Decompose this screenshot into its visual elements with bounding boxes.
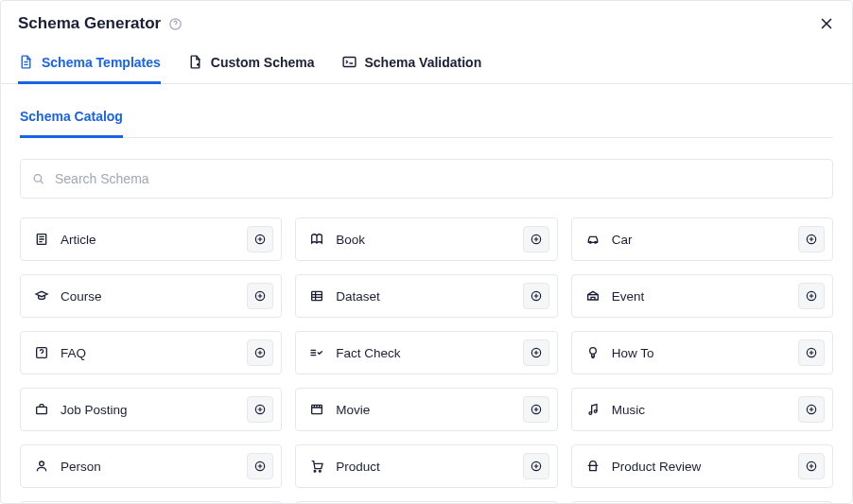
modal-header: Schema Generator: [1, 1, 852, 43]
schema-card-label: Course: [61, 289, 247, 304]
schema-card-car[interactable]: Car: [571, 217, 833, 261]
schema-card-movie[interactable]: Movie: [295, 388, 557, 431]
schema-card-person[interactable]: Person: [20, 444, 282, 488]
book-icon: [309, 232, 324, 247]
add-schema-button[interactable]: [523, 339, 549, 366]
factcheck-icon: [309, 345, 324, 360]
tab-custom-schema[interactable]: Custom Schema: [187, 43, 315, 84]
schema-card-music[interactable]: Music: [571, 388, 833, 431]
schema-card-software[interactable]: Software: [571, 501, 833, 503]
schema-card-recipe[interactable]: Recipe: [20, 501, 282, 503]
add-schema-button[interactable]: [247, 226, 273, 252]
schema-card-course[interactable]: Course: [20, 274, 282, 318]
svg-point-18: [589, 348, 596, 355]
subtab-label: Schema Catalog: [20, 109, 123, 124]
schema-card-service[interactable]: Service: [295, 501, 557, 503]
subtab-schema-catalog[interactable]: Schema Catalog: [20, 97, 123, 138]
svg-point-24: [589, 412, 592, 415]
schema-card-article[interactable]: Article: [20, 217, 282, 261]
plus-circle-icon: [530, 289, 543, 303]
svg-point-30: [320, 470, 322, 472]
plus-circle-icon: [530, 346, 543, 359]
tab-label: Custom Schema: [211, 55, 315, 70]
modal-title: Schema Generator: [18, 14, 161, 33]
svg-point-3: [34, 175, 42, 182]
svg-point-27: [40, 461, 44, 466]
product-icon: [309, 459, 324, 474]
document-icon: [18, 54, 34, 70]
search-icon: [31, 172, 45, 186]
tab-schema-templates[interactable]: Schema Templates: [18, 43, 161, 84]
event-icon: [585, 288, 601, 304]
jobposting-icon: [34, 402, 49, 417]
svg-rect-2: [343, 58, 356, 67]
movie-icon: [309, 402, 324, 417]
schema-card-label: Product Review: [612, 460, 798, 474]
add-schema-button[interactable]: [523, 396, 549, 423]
course-icon: [34, 288, 49, 304]
productreview-icon: [585, 459, 601, 474]
add-schema-button[interactable]: [798, 453, 825, 479]
add-schema-button[interactable]: [523, 283, 549, 309]
schema-card-label: How To: [612, 346, 798, 360]
car-icon: [585, 232, 601, 247]
plus-circle-icon: [530, 233, 543, 246]
schema-card-faq[interactable]: FAQ: [20, 331, 282, 374]
schema-card-label: Movie: [336, 403, 522, 417]
schema-catalog-grid: ArticleBookCarCourseDatasetEventFAQFact …: [20, 217, 833, 503]
schema-card-label: Dataset: [336, 289, 522, 304]
plus-circle-icon: [805, 346, 818, 359]
add-schema-button[interactable]: [247, 339, 273, 366]
howto-icon: [585, 345, 601, 360]
schema-card-howto[interactable]: How To: [571, 331, 833, 374]
secondary-tabs: Schema Catalog: [20, 97, 833, 138]
schema-card-product[interactable]: Product: [295, 444, 557, 488]
music-icon: [585, 402, 601, 417]
add-schema-button[interactable]: [247, 453, 273, 479]
close-icon[interactable]: [818, 15, 835, 32]
schema-card-productreview[interactable]: Product Review: [571, 444, 833, 488]
schema-card-book[interactable]: Book: [295, 217, 557, 261]
plus-circle-icon: [530, 403, 543, 416]
terminal-check-icon: [341, 54, 357, 70]
add-schema-button[interactable]: [798, 283, 825, 309]
plus-circle-icon: [805, 233, 818, 246]
add-schema-button[interactable]: [247, 283, 273, 309]
add-schema-button[interactable]: [523, 453, 549, 479]
schema-card-jobposting[interactable]: Job Posting: [20, 388, 282, 431]
schema-card-label: Book: [336, 233, 522, 247]
plus-circle-icon: [253, 403, 267, 416]
primary-tabs: Schema Templates Custom Schema Schema Va…: [1, 43, 852, 84]
svg-rect-11: [312, 291, 322, 300]
svg-point-15: [42, 356, 43, 356]
svg-point-29: [314, 470, 316, 472]
person-icon: [34, 459, 49, 474]
tab-label: Schema Validation: [365, 55, 482, 70]
schema-card-factcheck[interactable]: Fact Check: [295, 331, 557, 374]
add-schema-button[interactable]: [247, 396, 273, 423]
plus-circle-icon: [253, 346, 267, 359]
plus-circle-icon: [253, 233, 267, 246]
schema-generator-modal: Schema Generator Schema Templates Custom…: [0, 0, 853, 504]
tab-schema-validation[interactable]: Schema Validation: [341, 43, 482, 84]
plus-circle-icon: [805, 460, 818, 473]
add-schema-button[interactable]: [523, 226, 549, 252]
search-input[interactable]: [20, 159, 833, 199]
document-add-icon: [187, 54, 203, 70]
schema-card-label: Product: [336, 460, 522, 474]
add-schema-button[interactable]: [798, 396, 825, 423]
schema-card-label: Event: [612, 289, 798, 304]
schema-card-label: FAQ: [61, 346, 247, 360]
schema-card-label: Fact Check: [336, 346, 522, 360]
help-icon[interactable]: [168, 17, 183, 31]
add-schema-button[interactable]: [798, 226, 825, 252]
schema-card-dataset[interactable]: Dataset: [295, 274, 557, 318]
svg-point-25: [594, 410, 597, 413]
plus-circle-icon: [805, 403, 818, 416]
add-schema-button[interactable]: [798, 339, 825, 366]
faq-icon: [34, 345, 49, 360]
dataset-icon: [309, 288, 324, 304]
plus-circle-icon: [805, 289, 818, 303]
schema-card-label: Job Posting: [61, 403, 247, 417]
schema-card-event[interactable]: Event: [571, 274, 833, 318]
